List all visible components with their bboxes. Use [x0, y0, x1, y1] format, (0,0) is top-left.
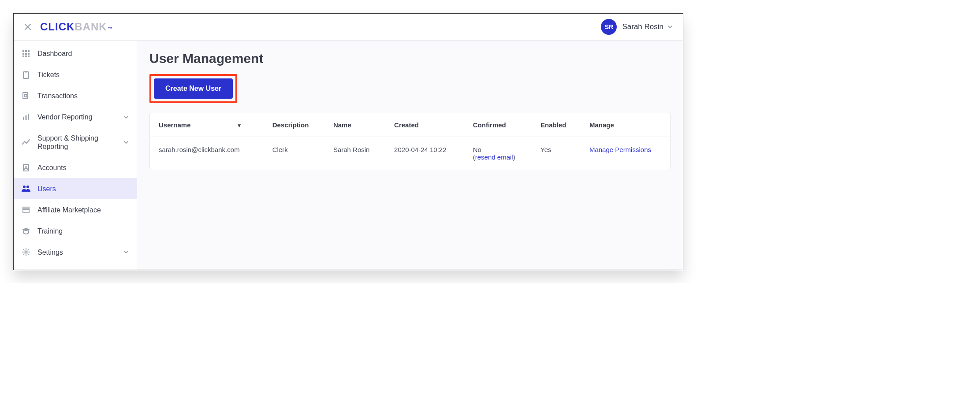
svg-rect-7: [25, 56, 27, 57]
avatar-initials: SR: [605, 23, 613, 30]
logo-click: CLICK: [40, 21, 75, 33]
sidebar-item-label: Training: [37, 227, 129, 235]
resend-email-link[interactable]: resend email: [475, 153, 513, 161]
svg-point-22: [25, 251, 27, 253]
cell-enabled: Yes: [532, 137, 581, 170]
gear-icon: [22, 248, 30, 256]
sidebar-item-label: Settings: [37, 248, 116, 256]
cell-name: Sarah Rosin: [324, 137, 385, 170]
col-confirmed[interactable]: Confirmed: [464, 113, 532, 137]
svg-rect-15: [26, 115, 27, 120]
sidebar-item-marketplace[interactable]: Affiliate Marketplace: [14, 199, 137, 220]
svg-rect-9: [23, 72, 29, 78]
clipboard-icon: [22, 71, 30, 79]
svg-rect-10: [25, 71, 27, 73]
svg-rect-5: [28, 53, 30, 55]
avatar[interactable]: SR: [601, 19, 617, 35]
sidebar-item-label: Affiliate Marketplace: [37, 206, 129, 214]
col-description[interactable]: Description: [264, 113, 324, 137]
store-icon: [22, 205, 30, 214]
svg-rect-0: [22, 50, 24, 52]
sidebar-item-label: Users: [37, 185, 129, 193]
svg-rect-6: [22, 56, 24, 57]
id-badge-icon: [22, 163, 30, 172]
sidebar-item-support-shipping[interactable]: Support & Shipping Reporting: [14, 128, 137, 157]
svg-point-20: [26, 186, 29, 188]
chevron-down-icon[interactable]: [667, 24, 673, 30]
sidebar-item-transactions[interactable]: Transactions: [14, 85, 137, 107]
svg-point-18: [25, 166, 27, 168]
sidebar-item-tickets[interactable]: Tickets: [14, 64, 137, 85]
cell-created: 2020-04-24 10:22: [385, 137, 464, 170]
svg-rect-8: [28, 56, 30, 57]
sidebar-item-label: Tickets: [37, 71, 129, 79]
chevron-down-icon: [123, 115, 129, 120]
svg-rect-14: [23, 117, 24, 120]
grad-cap-icon: [22, 226, 30, 235]
receipt-search-icon: [22, 92, 30, 100]
topbar: CLICKBANK™ SR Sarah Rosin: [14, 14, 683, 41]
table-row: sarah.rosin@clickbank.com Clerk Sarah Ro…: [150, 137, 670, 170]
bar-chart-icon: [22, 113, 30, 122]
sidebar-item-settings[interactable]: Settings: [14, 241, 137, 263]
col-name[interactable]: Name: [324, 113, 385, 137]
sidebar-item-label: Vendor Reporting: [37, 113, 116, 121]
chevron-down-icon: [123, 249, 129, 255]
highlight-box: Create New User: [149, 74, 237, 103]
trend-icon: [22, 138, 30, 147]
chevron-down-icon: [123, 140, 129, 145]
sidebar: Dashboard Tickets Transactions Vendor Re…: [14, 41, 137, 270]
close-icon[interactable]: [23, 22, 32, 31]
header-label: Username: [159, 121, 191, 129]
col-manage[interactable]: Manage: [581, 113, 670, 137]
confirmed-value: No: [473, 146, 523, 153]
sidebar-item-label: Dashboard: [37, 49, 129, 58]
svg-rect-16: [28, 114, 29, 120]
sidebar-item-dashboard[interactable]: Dashboard: [14, 43, 137, 64]
cell-description: Clerk: [264, 137, 324, 170]
page-title: User Management: [149, 51, 671, 66]
cell-manage: Manage Permissions: [581, 137, 670, 170]
users-icon: [22, 184, 30, 193]
sidebar-item-training[interactable]: Training: [14, 220, 137, 241]
sidebar-item-accounts[interactable]: Accounts: [14, 157, 137, 178]
user-name[interactable]: Sarah Rosin: [622, 22, 663, 31]
sidebar-item-label: Accounts: [37, 163, 129, 172]
create-new-user-button[interactable]: Create New User: [154, 78, 233, 99]
svg-rect-1: [25, 50, 27, 52]
col-created[interactable]: Created: [385, 113, 464, 137]
main-content: User Management Create New User Username…: [137, 41, 683, 270]
resend-wrapper: (resend email): [473, 153, 515, 161]
users-table: Username ▼ Description Name Created Conf…: [149, 113, 671, 170]
svg-rect-2: [28, 50, 30, 52]
svg-rect-3: [22, 53, 24, 55]
col-username[interactable]: Username ▼: [150, 113, 264, 137]
sidebar-item-label: Transactions: [37, 92, 129, 100]
manage-permissions-link[interactable]: Manage Permissions: [589, 146, 651, 153]
cell-username: sarah.rosin@clickbank.com: [150, 137, 264, 170]
col-enabled[interactable]: Enabled: [532, 113, 581, 137]
sidebar-item-label: Support & Shipping Reporting: [37, 134, 116, 151]
sidebar-item-vendor-reporting[interactable]: Vendor Reporting: [14, 107, 137, 128]
logo-tm: ™: [108, 26, 113, 31]
svg-rect-4: [25, 53, 27, 55]
grid-icon: [22, 49, 30, 58]
cell-confirmed: No (resend email): [464, 137, 532, 170]
svg-point-19: [23, 186, 26, 188]
sidebar-item-users[interactable]: Users: [14, 178, 137, 199]
sort-desc-icon: ▼: [237, 122, 242, 129]
logo-bank: BANK: [75, 21, 107, 33]
logo[interactable]: CLICKBANK™: [40, 21, 113, 33]
